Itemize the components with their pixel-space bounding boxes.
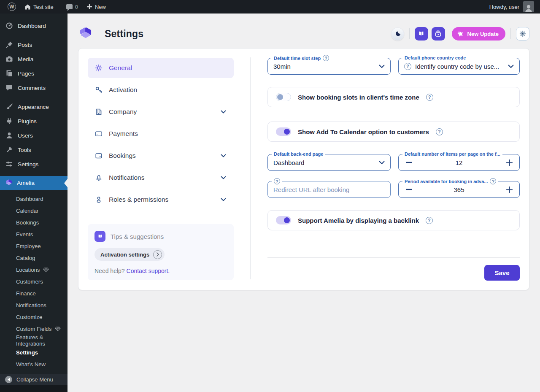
settings-nav-roles-permissions[interactable]: Roles & permissions <box>88 189 234 210</box>
sidebar-item-label: Pages <box>18 70 34 77</box>
admin-bar: W Test site 0 New Howdy, user <box>0 0 540 14</box>
vertical-divider <box>250 57 251 279</box>
book-icon <box>417 30 425 38</box>
comment-icon <box>66 4 73 9</box>
add-to-calendar-toggle-card: Show Add To Calendar option to customers… <box>267 122 520 142</box>
key-icon <box>94 86 103 94</box>
sidebar-item-appearance[interactable]: Appearance <box>0 100 68 114</box>
phone-country-code-select[interactable]: Default phone country code ? Identify co… <box>398 58 520 75</box>
sidebar-item-settings[interactable]: Settings <box>0 157 68 171</box>
submenu-item-events[interactable]: Events <box>0 228 68 240</box>
submenu-item-bookings[interactable]: Bookings <box>0 216 68 228</box>
backlink-toggle[interactable] <box>276 216 291 224</box>
backend-page-select[interactable]: Default back-end page Dashboard <box>267 154 391 171</box>
new-label: New <box>95 4 106 10</box>
help-icon[interactable]: ? <box>436 128 443 135</box>
chevron-down-icon <box>221 176 226 179</box>
new-content-link[interactable]: New <box>83 0 109 14</box>
help-icon[interactable]: ? <box>426 217 433 224</box>
sidebar-item-label: Comments <box>18 85 46 91</box>
submenu-item-customize[interactable]: Customize <box>0 311 68 323</box>
time-slot-step-select[interactable]: Default time slot step ? 30min <box>267 58 391 75</box>
collapse-arrow-icon <box>5 376 12 383</box>
collapse-menu-button[interactable]: Collapse Menu <box>0 374 68 385</box>
settings-nav-payments[interactable]: Payments <box>88 124 234 144</box>
submenu-item-dashboard[interactable]: Dashboard <box>0 193 68 205</box>
tips-book-icon <box>94 231 105 242</box>
submenu-item-finance[interactable]: Finance <box>0 287 68 299</box>
decrement-button[interactable] <box>404 162 413 163</box>
need-help-text: Need help? <box>94 268 125 274</box>
amelia-submenu: Dashboard Calendar Bookings Events Emplo… <box>0 190 68 370</box>
timezone-toggle[interactable] <box>276 93 291 101</box>
sidebar-item-users[interactable]: Users <box>0 128 68 143</box>
sidebar-item-comments[interactable]: Comments <box>0 81 68 95</box>
help-icon[interactable]: ? <box>323 55 329 61</box>
redirect-url-input[interactable] <box>273 186 385 193</box>
chevron-down-icon <box>221 198 226 201</box>
documentation-button[interactable] <box>415 27 428 41</box>
redirect-url-field[interactable]: ? <box>267 181 391 198</box>
wordpress-menu-button[interactable]: W <box>4 0 19 14</box>
help-icon[interactable]: ? <box>274 178 280 184</box>
comments-icon <box>5 84 14 92</box>
increment-button[interactable] <box>505 160 514 166</box>
increment-button[interactable] <box>505 187 514 193</box>
plug-icon <box>5 117 14 125</box>
sidebar-item-dashboard[interactable]: Dashboard <box>0 19 68 33</box>
submenu-item-custom-fields[interactable]: Custom Fields <box>0 323 68 335</box>
video-tutorials-button[interactable] <box>432 27 445 41</box>
sidebar-item-tools[interactable]: Tools <box>0 143 68 157</box>
save-button[interactable]: Save <box>484 265 520 281</box>
submenu-item-notifications[interactable]: Notifications <box>0 299 68 311</box>
help-icon[interactable]: ? <box>404 63 411 70</box>
backlink-toggle-card: Support Amelia by displaying a backlink … <box>267 210 520 230</box>
header-divider <box>99 28 99 40</box>
submenu-item-settings[interactable]: Settings <box>0 346 68 358</box>
settings-nav-notifications[interactable]: Notifications <box>88 168 234 188</box>
add-to-calendar-toggle[interactable] <box>276 127 291 136</box>
help-icon[interactable]: ? <box>426 94 433 101</box>
submenu-item-whats-new[interactable]: What’s New <box>0 358 68 370</box>
page-header: Settings New U <box>78 24 529 44</box>
activation-settings-button[interactable]: Activation settings <box>94 248 165 261</box>
sidebar-item-plugins[interactable]: Plugins <box>0 114 68 128</box>
settings-nav-company[interactable]: Company <box>88 102 234 122</box>
header-divider <box>510 28 511 39</box>
settings-nav-bookings[interactable]: Bookings <box>88 146 234 166</box>
settings-nav-activation[interactable]: Activation <box>88 80 234 100</box>
contact-support-link[interactable]: Contact support. <box>127 268 170 274</box>
header-settings-button[interactable] <box>516 27 529 41</box>
settings-nav-general[interactable]: General <box>88 58 234 78</box>
site-name-link[interactable]: Test site <box>21 0 57 14</box>
comments-link[interactable]: 0 <box>63 0 81 14</box>
submenu-item-locations[interactable]: Locations <box>0 264 68 276</box>
help-icon[interactable]: ? <box>490 178 496 184</box>
star-icon <box>456 30 464 38</box>
settings-card: General Activation Company <box>78 48 529 290</box>
howdy-user-link[interactable]: Howdy, user <box>486 0 534 14</box>
submenu-item-customers[interactable]: Customers <box>0 276 68 287</box>
sidebar-item-label: Media <box>18 56 33 62</box>
sidebar-item-label: Plugins <box>18 118 37 124</box>
tips-suggestions-box: Tips & suggestions Activation settings N… <box>88 224 234 280</box>
settings-nav: General Activation Company <box>88 58 234 211</box>
new-update-button[interactable]: New Update <box>452 27 505 41</box>
sidebar-item-amelia[interactable]: Amelia <box>0 176 68 190</box>
howdy-text: Howdy, user <box>489 4 519 10</box>
submenu-item-calendar[interactable]: Calendar <box>0 205 68 216</box>
decrement-button[interactable] <box>404 189 413 190</box>
chevron-down-icon <box>221 154 226 157</box>
pages-icon <box>5 69 14 78</box>
sliders-icon <box>5 160 14 168</box>
submenu-item-features-integrations[interactable]: Features & Integrations <box>0 335 68 346</box>
chevron-down-icon <box>379 65 385 68</box>
submenu-item-employee[interactable]: Employee <box>0 240 68 252</box>
dark-mode-toggle[interactable] <box>391 27 404 41</box>
pushpin-icon <box>5 41 14 49</box>
sidebar-item-pages[interactable]: Pages <box>0 66 68 81</box>
submenu-item-catalog[interactable]: Catalog <box>0 252 68 264</box>
time-slot-step-value: 30min <box>273 63 379 70</box>
sidebar-item-posts[interactable]: Posts <box>0 38 68 52</box>
sidebar-item-media[interactable]: Media <box>0 52 68 66</box>
